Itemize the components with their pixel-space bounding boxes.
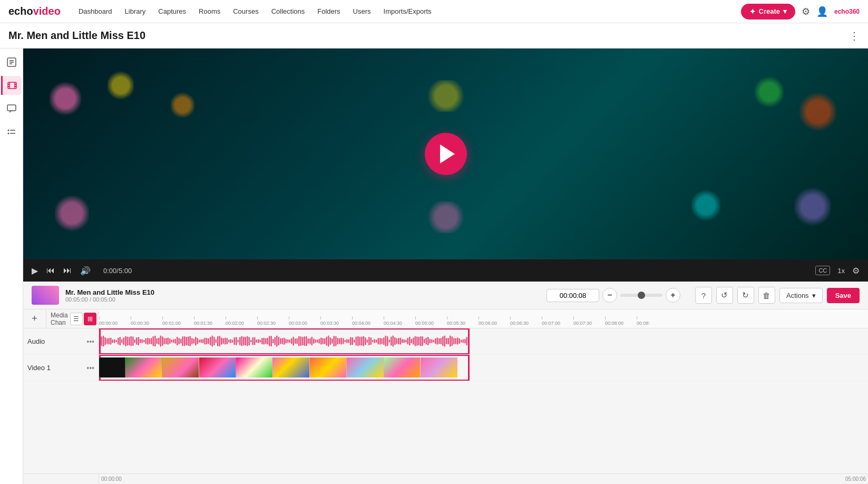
svg-rect-157	[359, 337, 361, 345]
video-player[interactable]	[23, 49, 868, 259]
svg-rect-45	[153, 336, 154, 346]
track-view-list[interactable]: ☰	[70, 313, 83, 325]
sidebar-icon-comment[interactable]	[2, 99, 21, 118]
track-label-column: Media Chan ☰ ⊞ ▦	[46, 312, 99, 326]
sidebar-icon-list[interactable]	[2, 122, 21, 141]
svg-rect-100	[254, 337, 256, 345]
svg-rect-189	[418, 337, 420, 345]
svg-rect-96	[247, 336, 248, 346]
user-label: echo360	[834, 8, 860, 15]
svg-rect-187	[415, 336, 416, 346]
video-frame-2	[162, 357, 199, 377]
svg-rect-65	[190, 336, 191, 346]
redo-button[interactable]: ↻	[737, 287, 754, 304]
svg-rect-19	[105, 337, 106, 345]
volume-button[interactable]: 🔊	[80, 266, 91, 276]
sidebar-icon-info[interactable]	[2, 53, 21, 72]
svg-rect-178	[398, 338, 399, 344]
svg-rect-183	[407, 338, 409, 345]
svg-rect-137	[323, 338, 324, 344]
settings-video-button[interactable]: ⚙	[852, 266, 860, 276]
svg-rect-78	[213, 337, 215, 345]
svg-rect-143	[334, 336, 335, 346]
nav-rooms[interactable]: Rooms	[193, 5, 226, 17]
speed-button[interactable]: 1x	[837, 267, 845, 275]
actions-button[interactable]: Actions ▾	[779, 288, 823, 303]
nav-courses[interactable]: Courses	[228, 5, 264, 17]
top-navigation: echovideo Dashboard Library Captures Roo…	[0, 0, 868, 23]
svg-rect-195	[430, 339, 431, 343]
zoom-plus-button[interactable]: +	[666, 288, 680, 303]
audio-track-label: Audio •••	[23, 328, 99, 354]
svg-rect-170	[383, 337, 385, 345]
svg-rect-159	[363, 336, 365, 346]
app-logo[interactable]: echovideo	[8, 5, 61, 17]
video-frame-8	[384, 357, 421, 377]
svg-rect-131	[311, 337, 313, 346]
nav-dashboard[interactable]: Dashboard	[73, 5, 118, 17]
svg-rect-8	[8, 86, 9, 87]
svg-rect-55	[171, 340, 173, 343]
help-button[interactable]: ?	[695, 287, 712, 304]
svg-rect-203	[444, 336, 446, 347]
video-track-menu[interactable]: •••	[86, 364, 94, 372]
skip-back-button[interactable]: ⏮	[46, 266, 55, 275]
svg-rect-57	[175, 338, 177, 343]
ruler-mark-4: 00:02:00	[226, 316, 257, 326]
video-frame-1	[125, 357, 162, 377]
cc-button[interactable]: CC	[815, 266, 830, 275]
sidebar-icon-film[interactable]	[1, 76, 22, 95]
svg-rect-43	[149, 338, 151, 344]
svg-rect-110	[272, 339, 274, 343]
svg-rect-26	[118, 337, 119, 344]
nav-users[interactable]: Users	[348, 5, 376, 17]
save-button[interactable]: Save	[827, 288, 860, 303]
delete-button[interactable]: 🗑	[758, 287, 775, 304]
ruler-mark-16: 00:08:00	[605, 316, 637, 326]
nav-collections[interactable]: Collections	[266, 5, 310, 17]
spark-icon: ✦	[749, 7, 756, 16]
play-pause-button[interactable]: ▶	[32, 266, 38, 276]
svg-rect-168	[379, 338, 381, 345]
video-track-content[interactable]	[99, 355, 868, 381]
svg-rect-106	[265, 338, 267, 344]
track-label: Media Chan	[51, 312, 68, 326]
svg-rect-104	[261, 338, 263, 344]
svg-rect-209	[455, 338, 457, 344]
svg-rect-140	[328, 335, 329, 346]
audio-track-content[interactable]	[99, 328, 868, 354]
undo-button[interactable]: ↺	[716, 287, 733, 304]
svg-rect-17	[101, 336, 103, 346]
actions-chevron: ▾	[812, 292, 816, 299]
video-section: ▶ ⏮ ⏭ 🔊 0:00/5:00 CC 1x ⚙ Mr. Men and Li…	[23, 49, 868, 484]
nav-imports-exports[interactable]: Imports/Exports	[378, 5, 437, 17]
time-input-group: − +	[547, 288, 680, 303]
svg-rect-193	[426, 338, 427, 345]
svg-rect-11	[7, 105, 16, 111]
add-track-button[interactable]: +	[23, 309, 46, 328]
media-thumbnail	[32, 286, 59, 305]
video-frame-4	[236, 357, 273, 377]
zoom-minus-button[interactable]: −	[602, 288, 617, 303]
audio-track-menu[interactable]: •••	[86, 337, 94, 346]
play-button[interactable]	[425, 133, 467, 175]
svg-rect-89	[234, 337, 236, 345]
svg-rect-54	[169, 338, 171, 344]
settings-icon[interactable]: ⚙	[802, 6, 810, 17]
page-menu-icon[interactable]: ⋮	[849, 30, 860, 42]
svg-rect-169	[382, 338, 383, 344]
svg-rect-109	[271, 336, 272, 346]
user-icon[interactable]: 👤	[816, 6, 828, 17]
nav-folders[interactable]: Folders	[312, 5, 345, 17]
nav-captures[interactable]: Captures	[153, 5, 191, 17]
ruler-mark-2: 00:01:00	[162, 316, 194, 326]
track-view-grid[interactable]: ⊞	[84, 313, 96, 325]
svg-rect-164	[372, 340, 374, 343]
skip-forward-button[interactable]: ⏭	[63, 266, 72, 275]
time-input[interactable]	[547, 289, 599, 302]
svg-rect-192	[424, 339, 425, 343]
nav-library[interactable]: Library	[120, 5, 151, 17]
svg-rect-123	[297, 338, 298, 344]
create-button[interactable]: ✦ Create ▾	[741, 4, 795, 20]
timeline-area: + Media Chan ☰ ⊞ ▦	[23, 309, 868, 484]
